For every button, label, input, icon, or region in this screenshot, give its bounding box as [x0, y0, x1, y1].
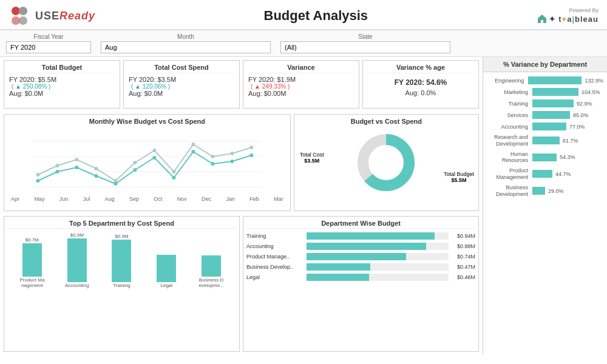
svg-point-21: [55, 170, 59, 174]
total-cost-title: Total Cost Spend: [129, 64, 234, 73]
vdept-bd: Business Development: [487, 184, 531, 198]
top5-chart-area: $0.7M Product Ma nagement $0.9M Accounti…: [7, 234, 236, 288]
svg-point-1: [19, 7, 27, 15]
bar-col-4: Legal: [150, 254, 183, 288]
total-budget-fy: FY 2020: $5.5M: [9, 76, 115, 83]
vrow-hr: Human Resources 54.3%: [483, 149, 607, 166]
vval-marketing: 104.5%: [582, 89, 600, 95]
filters-bar: Fiscal Year FY 2020 Month Aug State (All…: [0, 30, 607, 57]
vdept-hr: Human Resources: [487, 151, 531, 164]
variance-title: Variance: [248, 64, 354, 73]
donut-chart-box: Budget vs Cost Spend Total Cost $3.5M To…: [294, 114, 479, 211]
vbar-rd: [532, 136, 560, 144]
vval-pm: 44.7%: [555, 171, 571, 177]
svg-point-9: [55, 164, 59, 167]
dept-bar-bg-4: [307, 263, 449, 271]
vbar-engineering: [528, 76, 582, 84]
page-title: Budget Analysis: [264, 8, 368, 24]
bar-label-4: Legal: [150, 283, 183, 288]
dept-row-2: Accounting $0.88M: [246, 243, 475, 250]
dept-amount-5: $0.46M: [451, 274, 475, 280]
bar-col-2: $0.9M Accounting: [60, 232, 93, 288]
total-cost-aug: Aug: $0.0M: [129, 90, 234, 97]
state-select[interactable]: (All): [280, 41, 450, 53]
bar-1: [22, 243, 42, 277]
fiscal-year-label: Fiscal Year: [6, 33, 91, 40]
svg-point-23: [94, 174, 98, 178]
dept-name-4: Business Develop..: [246, 264, 304, 270]
vval-rd: 61.7%: [563, 138, 578, 144]
vrow-training: Training 92.9%: [483, 98, 607, 109]
total-budget-card: Total Budget FY 2020: $5.5M ( ▲ 250.08% …: [4, 60, 120, 109]
vrow-services: Services 85.0%: [483, 109, 607, 121]
svg-point-2: [12, 16, 20, 25]
svg-point-24: [114, 182, 117, 186]
vrow-pm: Product Management 44.7%: [483, 166, 607, 183]
header: USEReady Budget Analysis Powered By ✦ t+…: [0, 0, 607, 30]
dept-name-3: Product Manage..: [246, 254, 304, 260]
variance-aug: Aug: $0.00M: [248, 90, 354, 97]
vdept-pm: Product Management: [487, 167, 531, 181]
main-content: Total Budget FY 2020: $5.5M ( ▲ 250.08% …: [0, 57, 607, 354]
vdept-engineering: Engineering: [487, 78, 526, 84]
bar-col-1: $0.7M Product Ma nagement: [15, 237, 49, 288]
vbar-hr: [532, 153, 557, 161]
variance-dept-list: Engineering 132.9% Marketing 104.5% Trai…: [483, 72, 607, 354]
fiscal-year-select[interactable]: FY 2020: [6, 41, 91, 53]
vval-services: 85.0%: [573, 112, 589, 118]
dept-bar-bg-5: [307, 274, 449, 281]
variance-panel-title: % Variance by Department: [483, 57, 607, 72]
svg-point-14: [152, 149, 156, 152]
home-icon: [537, 13, 548, 24]
svg-point-27: [172, 176, 175, 180]
svg-point-30: [230, 160, 234, 163]
x-axis-labels: AprMayJunJulAugSepOctNovDecJanFebMar: [7, 196, 287, 202]
svg-point-8: [36, 173, 39, 177]
line-chart-title: Monthly Wise Budget vs Cost Spend: [7, 118, 287, 125]
total-cost-change: ( ▲ 120.06% ): [131, 83, 234, 90]
svg-point-17: [211, 155, 214, 158]
variance-panel: % Variance by Department Engineering 132…: [483, 57, 607, 354]
bar-3: [112, 240, 131, 282]
dept-name-5: Legal: [246, 274, 304, 280]
month-select[interactable]: Aug: [101, 41, 271, 53]
variance-change: ( ▲ 249.33% ): [251, 83, 354, 90]
bar-label-2: Accounting: [60, 283, 93, 288]
line-chart-svg: [7, 126, 287, 196]
svg-point-19: [249, 146, 253, 149]
bottom-row: Top 5 Department by Cost Spend $0.7M Pro…: [0, 214, 483, 354]
dept-amount-2: $0.88M: [451, 243, 475, 249]
svg-point-3: [19, 16, 27, 25]
svg-point-0: [12, 7, 20, 15]
svg-point-22: [75, 166, 78, 169]
state-label: State: [280, 33, 450, 40]
variance-pct-fy: FY 2020: 54.6%: [368, 78, 473, 87]
dept-row-1: Training $0.94M: [246, 232, 475, 240]
month-label: Month: [101, 33, 271, 40]
bar-label-3: Training: [105, 283, 138, 288]
bar-label-1: Product Ma nagement: [15, 277, 49, 288]
dept-amount-3: $0.74M: [451, 254, 475, 260]
svg-point-18: [230, 152, 234, 155]
variance-card: Variance FY 2020: $1.9M ( ▲ 249.33% ) Au…: [243, 60, 359, 109]
total-budget-title: Total Budget: [9, 64, 115, 73]
kpi-row: Total Budget FY 2020: $5.5M ( ▲ 250.08% …: [0, 57, 483, 112]
bar-col-3: $0.9M Training: [105, 234, 138, 288]
total-budget-change: ( ▲ 250.08% ): [12, 83, 115, 90]
vval-hr: 54.3%: [560, 154, 575, 160]
svg-point-16: [191, 143, 195, 146]
donut-chart-title: Budget vs Cost Spend: [297, 118, 475, 125]
vbar-bd: [532, 187, 545, 195]
total-budget-aug: Aug: $0.0M: [9, 90, 115, 97]
dept-row-3: Product Manage.. $0.74M: [246, 253, 475, 260]
dept-name-1: Training: [246, 233, 304, 239]
dept-row-5: Legal $0.46M: [246, 274, 475, 281]
bar-label-5: Business D evelopme...: [195, 277, 228, 288]
logo-text: USEReady: [35, 10, 95, 22]
svg-point-11: [94, 167, 98, 170]
vrow-accounting: Accounting 77.0%: [483, 121, 607, 132]
vbar-pm: [532, 170, 552, 178]
left-content: Total Budget FY 2020: $5.5M ( ▲ 250.08% …: [0, 57, 483, 354]
bar-5: [202, 255, 221, 277]
donut-svg: [353, 129, 419, 196]
